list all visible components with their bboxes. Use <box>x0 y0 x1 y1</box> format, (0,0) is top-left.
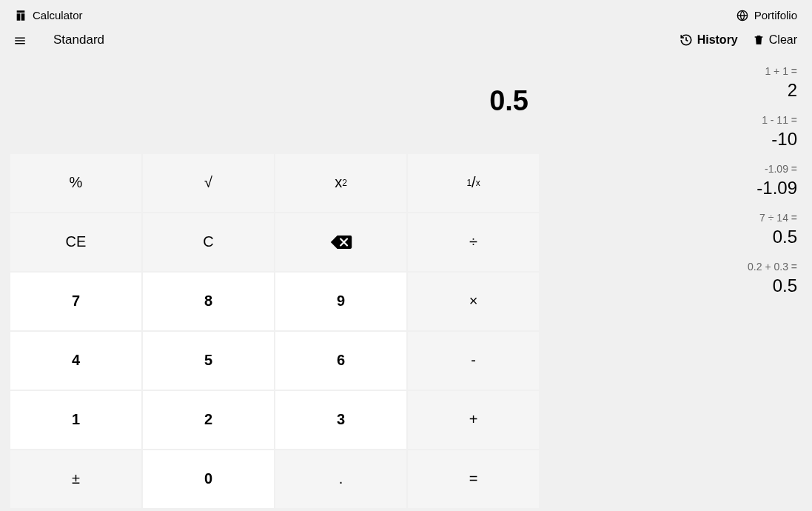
globe-icon <box>736 10 748 21</box>
key-minus[interactable]: - <box>408 332 539 390</box>
history-result: 2 <box>539 80 797 101</box>
key-equals[interactable]: = <box>408 450 539 508</box>
history-expression: 1 - 11 = <box>539 114 797 126</box>
app-title-link[interactable]: Calculator <box>15 9 83 21</box>
key-negate[interactable]: ± <box>10 450 141 508</box>
portfolio-label: Portifolio <box>754 9 797 21</box>
app-title: Calculator <box>33 9 83 21</box>
key-9[interactable]: 9 <box>275 273 406 330</box>
clear-history-button[interactable]: Clear <box>753 33 797 47</box>
key-plus[interactable]: + <box>408 391 539 449</box>
key-3[interactable]: 3 <box>275 391 406 449</box>
key-decimal[interactable]: . <box>275 450 406 508</box>
history-label: History <box>697 33 738 47</box>
calculator-icon <box>15 10 27 21</box>
history-item[interactable]: 1 + 1 = 2 <box>539 65 797 101</box>
key-2[interactable]: 2 <box>143 391 274 449</box>
history-expression: 0.2 + 0.3 = <box>539 261 797 273</box>
portfolio-link[interactable]: Portifolio <box>736 9 797 21</box>
history-item[interactable]: 1 - 11 = -10 <box>539 114 797 150</box>
history-expression: 1 + 1 = <box>539 65 797 77</box>
clear-label: Clear <box>769 33 797 47</box>
key-divide[interactable]: ÷ <box>408 213 539 271</box>
key-ce[interactable]: CE <box>10 213 141 271</box>
key-square[interactable]: x2 <box>275 154 406 212</box>
key-reciprocal[interactable]: 1/x <box>408 154 539 212</box>
history-result: -10 <box>539 129 797 150</box>
key-multiply[interactable]: × <box>408 273 539 330</box>
history-result: 0.5 <box>539 227 797 247</box>
keypad: % √ x2 1/x CE C ÷ 7 8 9 × 4 5 6 - 1 2 3 … <box>10 154 539 508</box>
history-icon <box>680 33 693 47</box>
history-panel: 1 + 1 = 2 1 - 11 = -10 -1.09 = -1.09 7 ÷… <box>539 58 812 310</box>
history-item[interactable]: 7 ÷ 14 = 0.5 <box>539 212 797 247</box>
backspace-icon <box>329 234 353 250</box>
key-0[interactable]: 0 <box>143 450 274 508</box>
key-6[interactable]: 6 <box>275 332 406 390</box>
key-4[interactable]: 4 <box>10 332 141 390</box>
key-backspace[interactable] <box>275 213 406 271</box>
history-toggle[interactable]: History <box>680 33 738 47</box>
history-result: 0.5 <box>539 275 797 296</box>
history-item[interactable]: 0.2 + 0.3 = 0.5 <box>539 261 797 296</box>
history-result: -1.09 <box>539 178 797 198</box>
key-c[interactable]: C <box>143 213 274 271</box>
key-1[interactable]: 1 <box>10 391 141 449</box>
menu-button[interactable] <box>10 30 30 50</box>
key-8[interactable]: 8 <box>143 273 274 330</box>
display: 0.5 <box>10 58 539 154</box>
history-expression: 7 ÷ 14 = <box>539 212 797 224</box>
history-expression: -1.09 = <box>539 163 797 175</box>
hamburger-icon <box>13 34 27 47</box>
key-5[interactable]: 5 <box>143 332 274 390</box>
history-item[interactable]: -1.09 = -1.09 <box>539 163 797 198</box>
key-sqrt[interactable]: √ <box>143 154 274 212</box>
mode-label: Standard <box>53 33 104 47</box>
key-7[interactable]: 7 <box>10 273 141 330</box>
key-percent[interactable]: % <box>10 154 141 212</box>
trash-icon <box>753 34 765 46</box>
